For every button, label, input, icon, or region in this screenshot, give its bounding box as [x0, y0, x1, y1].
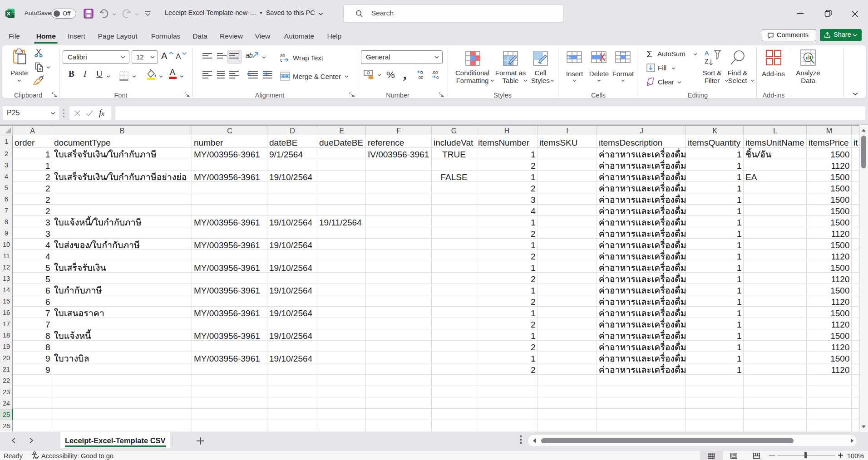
svg-text:2: 2	[531, 184, 536, 193]
svg-text:itemsQuantity: itemsQuantity	[688, 138, 741, 147]
svg-text:1: 1	[737, 150, 742, 159]
svg-text:FALSE: FALSE	[440, 172, 467, 182]
svg-text:.00: .00	[432, 70, 438, 75]
svg-text:1: 1	[737, 297, 742, 307]
svg-text:1120: 1120	[831, 252, 850, 261]
svg-text:19/10/2564: 19/10/2564	[269, 172, 313, 182]
svg-text:2: 2	[45, 172, 50, 182]
svg-text:1: 1	[737, 343, 742, 352]
svg-text:it: it	[853, 138, 858, 147]
svg-text:dateBE: dateBE	[269, 138, 297, 147]
svg-text:2: 2	[531, 297, 536, 307]
svg-text:TRUE: TRUE	[442, 150, 466, 159]
svg-text:1500: 1500	[830, 286, 849, 295]
svg-text:1: 1	[531, 308, 536, 318]
svg-text:1: 1	[737, 240, 742, 250]
svg-text:EA: EA	[745, 172, 757, 182]
svg-text:14: 14	[3, 286, 10, 294]
svg-text:3: 3	[45, 218, 50, 227]
svg-text:1: 1	[531, 286, 536, 295]
svg-text:1120: 1120	[831, 274, 850, 284]
svg-text:6: 6	[45, 286, 50, 295]
svg-text:MY/003956-3961: MY/003956-3961	[194, 240, 260, 250]
svg-text:A: A	[705, 49, 709, 57]
svg-text:25: 25	[3, 411, 10, 418]
svg-text:Z: Z	[705, 58, 709, 65]
svg-text:19/10/2564: 19/10/2564	[269, 331, 313, 341]
svg-text:L: L	[773, 127, 777, 135]
svg-text:itemsSKU: itemsSKU	[539, 138, 577, 147]
svg-text:1: 1	[531, 150, 536, 159]
svg-text:9: 9	[45, 354, 50, 363]
svg-text:1500: 1500	[830, 240, 849, 250]
svg-text:20: 20	[3, 354, 10, 362]
svg-text:3: 3	[531, 195, 536, 205]
svg-text:19/10/2564: 19/10/2564	[269, 286, 313, 295]
svg-text:MY/003956-3961: MY/003956-3961	[194, 150, 260, 159]
svg-text:1: 1	[737, 308, 742, 318]
svg-text:19/10/2564: 19/10/2564	[269, 218, 313, 227]
svg-text:2: 2	[531, 229, 536, 239]
svg-text:2: 2	[531, 365, 536, 375]
svg-text:C: C	[227, 127, 232, 135]
svg-text:5: 5	[5, 184, 8, 191]
svg-text:5: 5	[45, 274, 50, 284]
svg-text:9/1/2564: 9/1/2564	[269, 150, 303, 159]
svg-text:1: 1	[45, 161, 50, 171]
svg-text:.00: .00	[417, 75, 423, 80]
svg-text:2: 2	[531, 343, 536, 352]
svg-text:MY/003956-3961: MY/003956-3961	[194, 263, 260, 273]
svg-text:19/10/2564: 19/10/2564	[269, 263, 313, 273]
svg-text:2: 2	[531, 161, 536, 171]
svg-text:documentType: documentType	[54, 138, 111, 147]
svg-text:22: 22	[3, 377, 10, 384]
svg-text:1: 1	[737, 286, 742, 295]
svg-text:1500: 1500	[830, 195, 849, 205]
svg-text:1: 1	[737, 365, 742, 375]
svg-text:MY/003956-3961: MY/003956-3961	[194, 308, 260, 318]
svg-text:1500: 1500	[830, 354, 849, 363]
svg-text:1120: 1120	[831, 343, 850, 352]
svg-text:1: 1	[737, 354, 742, 363]
svg-text:4: 4	[45, 240, 50, 250]
svg-text:reference: reference	[368, 138, 404, 147]
svg-text:MY/003956-3961: MY/003956-3961	[194, 354, 260, 363]
svg-text:1: 1	[737, 172, 742, 182]
svg-text:itemsDescription: itemsDescription	[599, 138, 662, 147]
svg-text:dueDateBE: dueDateBE	[319, 138, 363, 147]
svg-text:includeVat: includeVat	[434, 138, 473, 147]
svg-text:2: 2	[45, 206, 50, 216]
svg-text:number: number	[194, 138, 223, 147]
svg-text:2: 2	[5, 150, 8, 157]
svg-text:itemsUnitName: itemsUnitName	[745, 138, 804, 147]
svg-text:1120: 1120	[831, 161, 850, 171]
svg-text:9: 9	[45, 365, 50, 375]
svg-text:itemsNumber: itemsNumber	[478, 138, 530, 147]
svg-text:1: 1	[531, 218, 536, 227]
svg-text:M: M	[826, 127, 832, 135]
svg-text:MY/003956-3961: MY/003956-3961	[194, 286, 260, 295]
svg-text:11: 11	[3, 252, 10, 259]
svg-text:12: 12	[3, 264, 10, 271]
svg-text:K: K	[712, 127, 717, 135]
svg-text:1: 1	[737, 206, 742, 216]
svg-text:26: 26	[3, 422, 10, 430]
svg-text:MY/003956-3961: MY/003956-3961	[194, 172, 260, 182]
svg-text:1500: 1500	[830, 172, 849, 182]
svg-text:0: 0	[436, 75, 439, 80]
svg-text:B: B	[120, 127, 125, 135]
svg-text:1500: 1500	[830, 331, 849, 341]
svg-text:1: 1	[737, 218, 742, 227]
svg-text:19/10/2564: 19/10/2564	[269, 308, 313, 318]
svg-text:1500: 1500	[830, 308, 849, 318]
svg-text:IV/003956-3961: IV/003956-3961	[368, 150, 429, 159]
svg-text:A: A	[30, 127, 35, 135]
svg-text:1500: 1500	[830, 263, 849, 273]
svg-text:1120: 1120	[831, 320, 850, 329]
svg-text:8: 8	[5, 218, 8, 225]
svg-text:6: 6	[45, 297, 50, 307]
svg-text:4: 4	[5, 173, 8, 180]
svg-text:1: 1	[737, 252, 742, 261]
svg-text:8: 8	[45, 331, 50, 341]
svg-text:7: 7	[45, 308, 50, 318]
